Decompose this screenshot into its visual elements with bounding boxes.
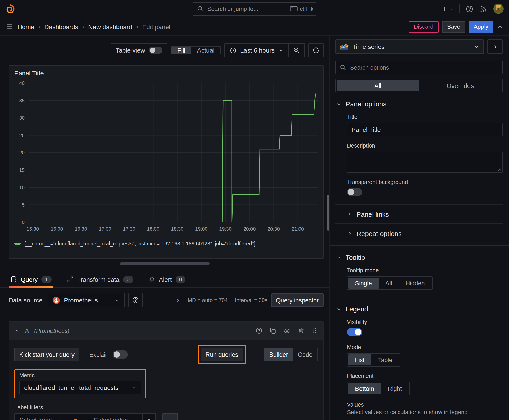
breadcrumb-dashboards[interactable]: Dashboards: [44, 23, 78, 30]
options-search-box[interactable]: [335, 60, 503, 74]
user-avatar[interactable]: [493, 4, 504, 14]
time-range-picker[interactable]: Last 6 hours: [225, 44, 288, 57]
legend-placement-bottom[interactable]: Bottom: [348, 383, 381, 394]
panel-options-heading: Panel options: [346, 100, 387, 108]
breadcrumb-home[interactable]: Home: [17, 23, 34, 30]
panel-title-input[interactable]: [347, 123, 503, 136]
options-search-input[interactable]: [350, 64, 498, 71]
global-search-input[interactable]: [207, 5, 286, 12]
remove-query-icon[interactable]: [298, 327, 305, 334]
legend-series-swatch[interactable]: [14, 243, 21, 245]
label-filters-label: Label filters: [14, 404, 318, 411]
chevron-down-icon: [336, 306, 342, 312]
panel-links-section[interactable]: Panel links: [335, 205, 503, 224]
chevron-right-icon[interactable]: [175, 298, 181, 303]
legend-placement-segmented: Bottom Right: [347, 382, 410, 395]
resize-corner-icon[interactable]: [497, 167, 501, 171]
apply-button[interactable]: Apply: [469, 21, 493, 32]
tab-overrides[interactable]: Overrides: [419, 80, 501, 91]
news-icon[interactable]: [479, 5, 487, 13]
time-series-chart[interactable]: 051015202530354015:3016:0016:3017:0017:3…: [12, 78, 321, 239]
refresh-button[interactable]: [308, 43, 324, 57]
fill-option[interactable]: Fill: [171, 47, 191, 54]
fill-actual-segmented: Fill Actual: [171, 46, 221, 54]
plus-icon: [167, 417, 173, 420]
legend-placement-right[interactable]: Right: [381, 383, 409, 394]
help-icon[interactable]: [465, 5, 473, 13]
breadcrumb-new-dashboard[interactable]: New dashboard: [88, 23, 132, 30]
panel-resize-handle[interactable]: [120, 262, 210, 265]
shortcut-label: ctrl+k: [300, 6, 313, 12]
transform-count-badge: 0: [123, 276, 133, 283]
kick-start-query-button[interactable]: Kick start your query: [14, 348, 79, 361]
drag-handle-icon[interactable]: [311, 328, 318, 334]
legend-mode-table[interactable]: Table: [371, 354, 399, 365]
duplicate-query-icon[interactable]: [269, 327, 276, 334]
select-value-dropdown[interactable]: Select value: [89, 413, 143, 420]
panel-options-body: Title Description Transparent background: [335, 114, 503, 198]
tooltip-mode-single[interactable]: Single: [348, 278, 379, 289]
operator-value: =: [74, 416, 77, 420]
chevron-down-icon: [278, 48, 283, 53]
x-tick-label: 15:30: [26, 226, 39, 232]
legend-mode-list[interactable]: List: [348, 354, 371, 365]
save-button[interactable]: Save: [442, 21, 465, 32]
query-row-header[interactable]: A (Prometheus): [9, 322, 323, 340]
bell-icon: [149, 276, 155, 283]
actual-option[interactable]: Actual: [191, 47, 220, 54]
global-search-box[interactable]: ctrl+k: [193, 2, 316, 15]
run-queries-button[interactable]: Run queries: [201, 348, 243, 361]
builder-code-segmented: Builder Code: [264, 348, 318, 361]
tab-all[interactable]: All: [337, 80, 419, 91]
panel-options-header[interactable]: Panel options: [335, 92, 503, 113]
legend-values-label: Values: [347, 402, 503, 408]
chevron-down-icon: [81, 418, 84, 420]
metric-select[interactable]: cloudflared_tunnel_total_requests: [19, 381, 141, 394]
tab-query[interactable]: Query 1: [8, 271, 53, 287]
operator-dropdown[interactable]: =: [69, 413, 89, 420]
legend-header[interactable]: Legend: [335, 298, 503, 318]
tab-query-label: Query: [21, 276, 38, 283]
remove-filter-button[interactable]: [142, 413, 156, 420]
query-help-icon[interactable]: [255, 327, 263, 334]
table-view-toggle[interactable]: [149, 47, 162, 54]
tooltip-header[interactable]: Tooltip: [335, 246, 503, 266]
select-label-dropdown[interactable]: Select label: [14, 413, 69, 420]
hide-response-icon[interactable]: [283, 327, 291, 335]
tooltip-mode-all[interactable]: All: [379, 278, 399, 289]
transparent-background-toggle[interactable]: [347, 188, 362, 196]
chevron-up-icon: [497, 23, 503, 30]
legend-visibility-toggle[interactable]: [347, 328, 362, 336]
main-area: Table view Fill Actual Last 6 hours: [0, 36, 509, 420]
datasource-help-button[interactable]: [129, 293, 143, 307]
tooltip-mode-segmented: Single All Hidden: [347, 276, 433, 290]
grafana-logo-icon[interactable]: [5, 4, 15, 14]
x-tick-label: 18:30: [171, 226, 183, 232]
legend-series-label[interactable]: {__name__="cloudflared_tunnel_total_requ…: [24, 241, 255, 246]
tab-transform-data[interactable]: Transform data 0: [65, 271, 135, 287]
panel-edit-actions: Discard Save Apply: [409, 21, 503, 32]
description-textarea[interactable]: [347, 152, 503, 173]
explain-toggle[interactable]: [113, 351, 128, 359]
collapse-header-button[interactable]: [497, 23, 503, 30]
datasource-label: Data source: [8, 297, 42, 304]
chevron-down-icon: [133, 418, 138, 420]
tab-alert[interactable]: Alert 0: [147, 271, 187, 287]
datasource-picker[interactable]: Prometheus: [48, 293, 125, 307]
add-filter-button[interactable]: [162, 413, 178, 420]
builder-option[interactable]: Builder: [264, 348, 293, 361]
repeat-options-section[interactable]: Repeat options: [335, 224, 503, 243]
chevron-down-icon: [474, 44, 479, 49]
query-inspector-button[interactable]: Query inspector: [271, 293, 324, 307]
discard-button[interactable]: Discard: [409, 21, 439, 32]
collapse-options-button[interactable]: [487, 39, 503, 54]
menu-toggle-button[interactable]: [5, 23, 14, 31]
scrollbar-thumb[interactable]: [327, 195, 329, 231]
chevron-down-icon: [14, 328, 20, 333]
add-menu-button[interactable]: [441, 5, 453, 12]
tooltip-mode-hidden[interactable]: Hidden: [399, 278, 432, 289]
visualization-picker[interactable]: Time series: [335, 39, 484, 54]
code-option[interactable]: Code: [293, 348, 317, 361]
zoom-out-time-button[interactable]: [288, 44, 304, 57]
legend-heading: Legend: [346, 305, 368, 313]
